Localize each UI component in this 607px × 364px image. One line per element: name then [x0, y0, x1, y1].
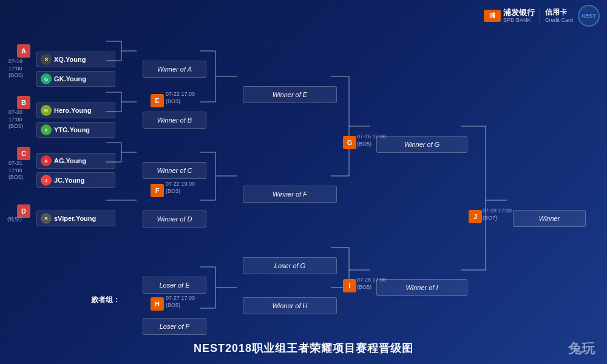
- jc-name: JC.Young: [54, 177, 85, 184]
- footer-title: NEST2018职业组王者荣耀项目赛程晋级图: [194, 341, 413, 356]
- team-jc: J JC.Young: [36, 172, 115, 188]
- round-j-date: 07-29 17:00(BO7): [483, 207, 512, 221]
- winner-c-text: Winner of C: [157, 167, 192, 174]
- winner-i-text: Winner of I: [405, 284, 438, 291]
- xq-logo: ✕: [41, 54, 52, 65]
- round-f-label: F: [151, 184, 164, 197]
- winner-a-text: Winner of A: [157, 66, 192, 73]
- round-h-label: H: [151, 297, 164, 311]
- round-f-date: 07-22 19:00(BO3): [166, 181, 195, 195]
- team-ag: A AG.Young: [36, 153, 115, 169]
- team-xq: ✕ XQ.Young: [36, 52, 115, 67]
- team-gk: G GK.Young: [36, 71, 115, 87]
- round-h-date: 07-27 17:00(BO5): [166, 295, 195, 309]
- spd-bank-name: 浦发银行: [503, 8, 535, 18]
- winner-b-box: Winner of B: [143, 112, 206, 129]
- ytg-logo: Y: [41, 124, 52, 135]
- loser-g-box: Loser of G: [243, 257, 337, 274]
- winner-h-box: Winner of H: [243, 297, 337, 314]
- gk-logo: G: [41, 73, 52, 84]
- round-e-date: 07-22 17:00(BO3): [166, 91, 195, 105]
- loser-e-box: Loser of E: [143, 277, 206, 294]
- team-ytg: Y YTG.Young: [36, 122, 115, 138]
- gk-name: GK.Young: [54, 75, 86, 83]
- sviper-logo: S: [41, 213, 52, 224]
- group-a-label: A: [17, 44, 30, 58]
- winner-g-text: Winner of G: [404, 141, 440, 148]
- round-i-label: I: [343, 279, 356, 292]
- winner-d-text: Winner of D: [157, 215, 192, 223]
- loser-g-text: Loser of G: [274, 262, 305, 269]
- winner-c-box: Winner of C: [143, 162, 206, 179]
- sviper-name: sViper.Young: [54, 215, 96, 222]
- round-e-label: E: [151, 94, 164, 107]
- loser-f-box: Loser of F: [143, 318, 206, 335]
- winner-box: Winner: [513, 210, 586, 227]
- bracket-container: A 07-1917:00(BO5) ✕ XQ.Young G GK.Young …: [6, 18, 601, 334]
- footer-brand: 兔玩: [568, 340, 595, 358]
- losers-group-label: 败者组：: [91, 295, 120, 305]
- winner-h-text: Winner of H: [273, 302, 308, 309]
- credit-card-label: 信用卡: [545, 8, 573, 16]
- group-c-date: 07-2117:00(BO5): [8, 160, 23, 181]
- jc-logo: J: [41, 175, 52, 186]
- group-c-label: C: [17, 147, 30, 160]
- ag-name: AG.Young: [54, 157, 86, 164]
- team-sviper: S sViper.Young: [36, 211, 115, 226]
- group-b-date: 07-2017:00(BO5): [8, 109, 23, 130]
- round-j-label: J: [469, 210, 482, 223]
- round-g-label: G: [343, 136, 356, 149]
- ag-logo: A: [41, 155, 52, 166]
- winner-i-box: Winner of I: [376, 279, 467, 296]
- ytg-name: YTG.Young: [54, 126, 90, 133]
- group-d-date: (轮空): [7, 216, 22, 223]
- xq-name: XQ.Young: [54, 56, 86, 63]
- hero-name: Hero.Young: [54, 107, 92, 114]
- winner-a-box: Winner of A: [143, 61, 206, 78]
- winner-b-text: Winner of B: [157, 116, 192, 124]
- winner-f-box: Winner of F: [243, 186, 337, 203]
- winner-text: Winner: [539, 215, 560, 222]
- winner-e-box: Winner of E: [243, 86, 337, 103]
- winner-e-text: Winner of E: [273, 91, 307, 98]
- team-hero: H Hero.Young: [36, 103, 115, 118]
- group-b-label: B: [17, 96, 30, 109]
- hero-logo: H: [41, 105, 52, 116]
- winner-g-box: Winner of G: [376, 136, 467, 153]
- group-a-date: 07-1917:00(BO5): [8, 58, 23, 79]
- winner-d-box: Winner of D: [143, 211, 206, 228]
- loser-e-text: Loser of E: [159, 281, 189, 289]
- winner-f-text: Winner of F: [273, 190, 307, 198]
- loser-f-text: Loser of F: [160, 323, 190, 330]
